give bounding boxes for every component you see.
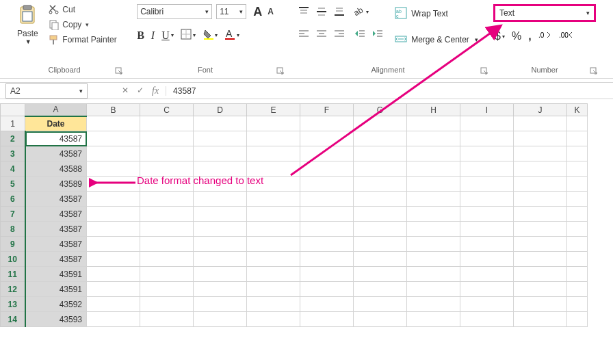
cell[interactable] bbox=[140, 207, 194, 222]
cell[interactable] bbox=[140, 267, 194, 282]
cell[interactable] bbox=[460, 282, 514, 297]
cell[interactable] bbox=[87, 207, 140, 222]
row-header[interactable]: 1 bbox=[1, 116, 25, 131]
cell[interactable] bbox=[354, 192, 407, 207]
cell[interactable] bbox=[87, 237, 140, 252]
cut-button[interactable]: Cut bbox=[49, 4, 116, 15]
cell[interactable] bbox=[354, 237, 407, 252]
cell[interactable] bbox=[514, 116, 567, 131]
cell[interactable] bbox=[300, 116, 354, 131]
cell[interactable] bbox=[87, 116, 140, 131]
cell[interactable] bbox=[407, 222, 460, 237]
cell[interactable] bbox=[140, 237, 194, 252]
name-box[interactable]: A2 ▾ bbox=[5, 83, 88, 99]
cell[interactable]: 43587 bbox=[25, 192, 87, 207]
cell[interactable] bbox=[567, 237, 588, 252]
row-header[interactable]: 9 bbox=[1, 237, 25, 252]
merge-center-button[interactable]: Merge & Center ▾ bbox=[395, 30, 478, 49]
cell[interactable] bbox=[247, 282, 300, 297]
cell[interactable] bbox=[514, 312, 567, 327]
cell[interactable] bbox=[300, 282, 354, 297]
cell[interactable] bbox=[300, 222, 354, 237]
cell[interactable] bbox=[354, 116, 407, 131]
cell[interactable] bbox=[407, 267, 460, 282]
cell[interactable] bbox=[247, 252, 300, 267]
column-header[interactable]: J bbox=[514, 104, 567, 116]
cell[interactable] bbox=[140, 116, 194, 131]
cell[interactable] bbox=[354, 267, 407, 282]
cell[interactable] bbox=[567, 207, 588, 222]
column-header[interactable]: H bbox=[407, 104, 460, 116]
column-header[interactable]: B bbox=[87, 104, 140, 116]
cell[interactable] bbox=[87, 222, 140, 237]
enter-formula-button[interactable]: ✓ bbox=[137, 86, 144, 96]
cell[interactable] bbox=[567, 252, 588, 267]
dialog-launcher-font[interactable] bbox=[276, 67, 285, 75]
row-header[interactable]: 12 bbox=[1, 282, 25, 297]
cell[interactable] bbox=[354, 312, 407, 327]
cell[interactable] bbox=[514, 252, 567, 267]
cell[interactable]: 43587 bbox=[25, 237, 87, 252]
cell[interactable]: 43588 bbox=[25, 161, 87, 177]
cell[interactable] bbox=[567, 131, 588, 146]
cell[interactable] bbox=[194, 252, 247, 267]
align-middle-button[interactable] bbox=[315, 5, 328, 18]
cell[interactable] bbox=[247, 267, 300, 282]
cell[interactable] bbox=[354, 146, 407, 161]
accounting-format-button[interactable]: $ ▾ bbox=[495, 30, 505, 42]
cell[interactable]: 43591 bbox=[25, 267, 87, 282]
cell[interactable] bbox=[300, 312, 354, 327]
cell[interactable] bbox=[567, 177, 588, 192]
cell[interactable] bbox=[514, 161, 567, 177]
cell[interactable] bbox=[460, 312, 514, 327]
cell[interactable] bbox=[514, 297, 567, 312]
cell[interactable] bbox=[514, 237, 567, 252]
cell[interactable] bbox=[514, 282, 567, 297]
cell[interactable] bbox=[300, 146, 354, 161]
cell[interactable] bbox=[354, 161, 407, 177]
cell[interactable] bbox=[567, 161, 588, 177]
column-header[interactable]: C bbox=[140, 104, 194, 116]
cell[interactable] bbox=[300, 192, 354, 207]
number-format-dropdown[interactable]: Text ▾ bbox=[493, 4, 596, 22]
cell[interactable] bbox=[87, 252, 140, 267]
column-header[interactable]: A bbox=[25, 104, 87, 116]
cell[interactable] bbox=[460, 131, 514, 146]
cell[interactable]: 43593 bbox=[25, 312, 87, 327]
cell[interactable] bbox=[87, 131, 140, 146]
cell[interactable] bbox=[567, 192, 588, 207]
cell[interactable] bbox=[354, 177, 407, 192]
cell[interactable] bbox=[514, 267, 567, 282]
cell[interactable] bbox=[514, 146, 567, 161]
row-header[interactable]: 14 bbox=[1, 312, 25, 327]
align-bottom-button[interactable] bbox=[333, 5, 345, 18]
row-header[interactable]: 3 bbox=[1, 146, 25, 161]
cell[interactable]: 43587 bbox=[25, 146, 87, 161]
cell[interactable] bbox=[140, 177, 194, 192]
cell[interactable]: 43589 bbox=[25, 177, 87, 192]
font-size-dropdown[interactable]: 11 ▾ bbox=[216, 4, 246, 19]
cell[interactable]: 43587 bbox=[25, 222, 87, 237]
cell[interactable] bbox=[407, 237, 460, 252]
align-center-button[interactable] bbox=[315, 28, 328, 40]
cell[interactable] bbox=[247, 161, 300, 177]
cell[interactable] bbox=[194, 192, 247, 207]
select-all-cell[interactable] bbox=[1, 104, 25, 116]
dialog-launcher-clipboard[interactable] bbox=[115, 67, 123, 75]
decrease-decimal-button[interactable]: .00 bbox=[559, 30, 573, 42]
cell[interactable] bbox=[460, 177, 514, 192]
cell[interactable] bbox=[407, 116, 460, 131]
cell[interactable] bbox=[354, 207, 407, 222]
underline-button[interactable]: U ▾ bbox=[161, 29, 174, 42]
cell[interactable] bbox=[407, 297, 460, 312]
fill-color-button[interactable]: ▾ bbox=[203, 29, 218, 42]
cell[interactable] bbox=[247, 131, 300, 146]
column-header[interactable]: I bbox=[460, 104, 514, 116]
cell[interactable] bbox=[300, 207, 354, 222]
cell[interactable] bbox=[407, 207, 460, 222]
cell[interactable] bbox=[407, 146, 460, 161]
cell[interactable] bbox=[247, 222, 300, 237]
cell[interactable] bbox=[407, 131, 460, 146]
cell[interactable] bbox=[407, 282, 460, 297]
align-top-button[interactable] bbox=[298, 5, 310, 18]
